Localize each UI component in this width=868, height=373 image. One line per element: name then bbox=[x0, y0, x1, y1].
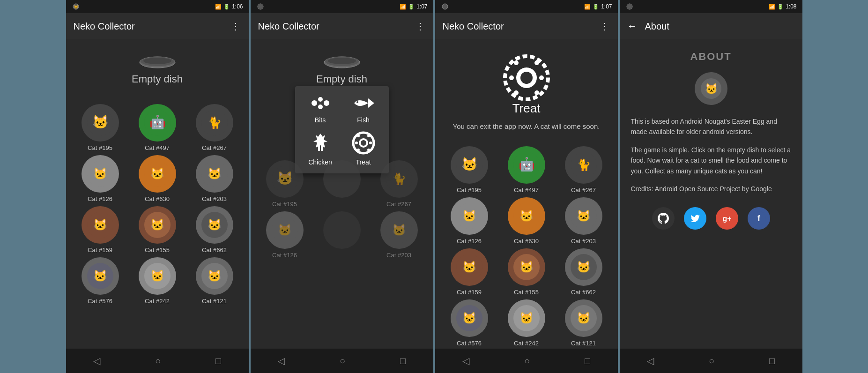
back-nav-3[interactable]: ◁ bbox=[462, 355, 469, 366]
svg-point-36 bbox=[318, 104, 323, 109]
cat-avatar-159-3[interactable]: 🐱 bbox=[451, 248, 488, 286]
svg-rect-38 bbox=[318, 145, 320, 151]
recents-nav-3[interactable]: □ bbox=[585, 356, 590, 366]
svg-text:🐈: 🐈 bbox=[208, 116, 222, 129]
cat-item: 🐱 Cat #121 bbox=[188, 257, 241, 305]
status-bar-3: 📶 🔋 1:07 bbox=[435, 0, 618, 13]
screen-4: 📶 🔋 1:08 ← About ABOUT 🐱 This is based o… bbox=[620, 0, 802, 373]
twitter-link[interactable] bbox=[684, 207, 706, 230]
svg-text:🐈: 🐈 bbox=[577, 158, 591, 172]
cat-avatar-195-1[interactable]: 🐱 bbox=[82, 104, 119, 142]
time-2: 1:07 bbox=[416, 3, 427, 10]
back-nav-4[interactable]: ◁ bbox=[647, 355, 654, 366]
svg-rect-39 bbox=[321, 145, 323, 151]
svg-text:🐱: 🐱 bbox=[208, 218, 222, 231]
cat-avatar-267-3[interactable]: 🐈 bbox=[565, 146, 602, 184]
cat-avatar-203-3[interactable]: 🐱 bbox=[565, 197, 602, 235]
screen-3: 📶 🔋 1:07 Neko Collector ⋮ bbox=[435, 0, 618, 373]
svg-point-46 bbox=[367, 149, 370, 151]
dish-icon-2[interactable] bbox=[323, 51, 361, 69]
food-fish[interactable]: Fish bbox=[346, 94, 381, 124]
cat-avatar-155-1[interactable]: 🐱 bbox=[139, 206, 176, 244]
cat-avatar-195-3[interactable]: 🐱 bbox=[451, 146, 488, 184]
cat-avatar-155-3[interactable]: 🐱 bbox=[508, 248, 545, 286]
screen-2: 📶 🔋 1:07 Neko Collector ⋮ Empty dish bbox=[251, 0, 433, 373]
dish-icon-1[interactable] bbox=[139, 51, 176, 69]
gplus-link[interactable]: g+ bbox=[716, 207, 738, 230]
cat-avatar-242-3[interactable]: 🐱 bbox=[508, 299, 545, 337]
home-nav-2[interactable]: ○ bbox=[340, 356, 345, 366]
back-nav-2[interactable]: ◁ bbox=[278, 355, 285, 366]
treat-area: Treat You can exit the app now. A cat wi… bbox=[435, 39, 618, 142]
recents-nav-1[interactable]: □ bbox=[215, 356, 221, 366]
nav-bar-4: ◁ ○ □ bbox=[620, 349, 802, 373]
about-content: ABOUT 🐱 This is based on Android Nougat'… bbox=[620, 39, 802, 241]
cat-avatar-159-1[interactable]: 🐱 bbox=[82, 206, 119, 244]
status-bar-left-2 bbox=[256, 3, 265, 10]
home-nav-1[interactable]: ○ bbox=[155, 356, 161, 366]
facebook-icon: f bbox=[751, 211, 766, 226]
app-bar-2: Neko Collector ⋮ bbox=[251, 13, 433, 39]
cat-avatar-126-3[interactable]: 🐱 bbox=[451, 197, 488, 235]
recents-nav-2[interactable]: □ bbox=[400, 356, 406, 366]
wifi-icon-1: 🔋 bbox=[223, 4, 230, 10]
cat-avatar-203-2[interactable]: 🐱 bbox=[380, 211, 418, 249]
screen-1: 🐱 📶 🔋 1:06 Neko Collector ⋮ Empty dish bbox=[66, 0, 249, 373]
menu-button-2[interactable]: ⋮ bbox=[415, 21, 426, 32]
svg-text:🤖: 🤖 bbox=[149, 114, 165, 130]
signal-icon-4: 📶 bbox=[769, 4, 775, 10]
svg-text:🐱: 🐱 bbox=[93, 167, 107, 180]
cat-avatar-630-1[interactable]: 🐱 bbox=[139, 155, 176, 193]
cat-avatar-126-2[interactable]: 🐱 bbox=[266, 211, 304, 249]
home-nav-4[interactable]: ○ bbox=[709, 356, 714, 366]
facebook-link[interactable]: f bbox=[748, 207, 770, 230]
dish-label-2: Empty dish bbox=[316, 73, 367, 85]
wifi-icon-3: 🔋 bbox=[593, 4, 599, 10]
signal-icon-3: 📶 bbox=[584, 4, 591, 10]
cat-avatar-630-3[interactable]: 🐱 bbox=[508, 197, 545, 235]
gplus-icon: g+ bbox=[720, 211, 734, 226]
status-bar-4: 📶 🔋 1:08 bbox=[620, 0, 802, 13]
menu-button-1[interactable]: ⋮ bbox=[231, 21, 241, 32]
cat-label-662-1: Cat #662 bbox=[202, 246, 227, 254]
cat-avatar-126-1[interactable]: 🐱 bbox=[82, 155, 119, 193]
cat-avatar-267-2[interactable]: 🐈 bbox=[380, 160, 418, 198]
content-4: ABOUT 🐱 This is based on Android Nougat'… bbox=[620, 39, 802, 349]
back-button-4[interactable]: ← bbox=[627, 20, 638, 32]
back-nav-1[interactable]: ◁ bbox=[93, 355, 100, 366]
cat-label-195-3: Cat #195 bbox=[457, 186, 482, 194]
cat-avatar-267-1[interactable]: 🐈 bbox=[196, 104, 233, 142]
treat-label: Treat bbox=[512, 101, 541, 116]
status-bar-left-4 bbox=[625, 3, 634, 10]
treat-large-icon[interactable] bbox=[503, 54, 550, 101]
cat-avatar-662-1[interactable]: 🐱 bbox=[196, 206, 233, 244]
cat-avatar-121-3[interactable]: 🐱 bbox=[565, 299, 602, 337]
cat-avatar-497-3[interactable]: 🤖 bbox=[508, 146, 545, 184]
wifi-icon-2: 🔋 bbox=[408, 4, 415, 10]
cat-avatar-121-1[interactable]: 🐱 bbox=[196, 257, 233, 295]
recents-nav-4[interactable]: □ bbox=[769, 356, 775, 366]
time-3: 1:07 bbox=[601, 3, 612, 10]
svg-point-29 bbox=[258, 4, 263, 9]
svg-point-43 bbox=[357, 134, 360, 137]
cat-avatar-576-1[interactable]: 🐱 bbox=[82, 257, 119, 295]
cat-item: 🐱 Cat #159 bbox=[443, 248, 496, 296]
wifi-icon-4: 🔋 bbox=[777, 4, 784, 10]
food-bits[interactable]: Bits bbox=[303, 94, 338, 124]
menu-button-3[interactable]: ⋮ bbox=[600, 21, 610, 32]
cat-avatar-203-1[interactable]: 🐱 bbox=[196, 155, 233, 193]
cat-avatar-195-2[interactable]: 🐱 bbox=[266, 160, 304, 198]
svg-text:g+: g+ bbox=[722, 215, 731, 223]
cat-avatar-242-1[interactable]: 🐱 bbox=[139, 257, 176, 295]
cat-avatar-576-3[interactable]: 🐱 bbox=[451, 299, 488, 337]
svg-point-62 bbox=[534, 60, 539, 65]
about-links: g+ f bbox=[652, 207, 770, 230]
dish-label-1: Empty dish bbox=[132, 73, 183, 85]
cat-avatar-497-1[interactable]: 🤖 bbox=[139, 104, 176, 142]
svg-text:🐱: 🐱 bbox=[577, 209, 591, 223]
home-nav-3[interactable]: ○ bbox=[524, 356, 530, 366]
about-avatar: 🐱 bbox=[695, 72, 727, 105]
cat-avatar-662-3[interactable]: 🐱 bbox=[565, 248, 602, 286]
github-link[interactable] bbox=[652, 207, 675, 230]
app-title-1: Neko Collector bbox=[74, 21, 231, 32]
